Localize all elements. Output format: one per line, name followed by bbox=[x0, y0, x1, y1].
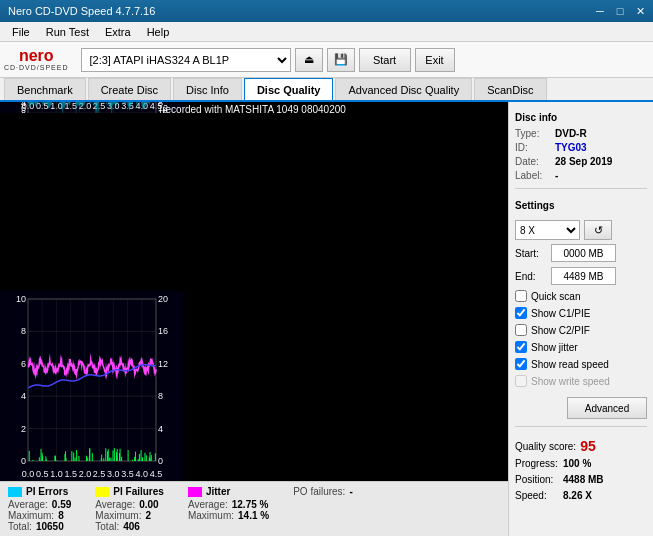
show-c2-pif-row: Show C2/PIF bbox=[515, 324, 647, 336]
quick-scan-label: Quick scan bbox=[531, 291, 580, 302]
toolbar: nero CD·DVD/SPEED [2:3] ATAPI iHAS324 A … bbox=[0, 42, 653, 78]
tab-scandisc[interactable]: ScanDisc bbox=[474, 78, 546, 100]
title-bar-controls: ─ □ ✕ bbox=[591, 3, 649, 19]
end-row: End: bbox=[515, 267, 647, 285]
speed-info-row: Speed: 8.26 X bbox=[515, 490, 647, 501]
exit-button[interactable]: Exit bbox=[415, 48, 455, 72]
disc-info-title: Disc info bbox=[515, 112, 647, 123]
tab-disc-quality[interactable]: Disc Quality bbox=[244, 78, 334, 100]
show-read-speed-label: Show read speed bbox=[531, 359, 609, 370]
show-write-speed-row: Show write speed bbox=[515, 375, 647, 387]
quick-scan-row: Quick scan bbox=[515, 290, 647, 302]
show-read-speed-checkbox[interactable] bbox=[515, 358, 527, 370]
type-row: Type: DVD-R bbox=[515, 128, 647, 139]
speed-select[interactable]: 8 X bbox=[515, 220, 580, 240]
settings-title: Settings bbox=[515, 200, 647, 211]
quality-score-row: Quality score: 95 bbox=[515, 438, 647, 454]
close-button[interactable]: ✕ bbox=[631, 3, 649, 19]
show-c2-pif-label: Show C2/PIF bbox=[531, 325, 590, 336]
pi-errors-title: PI Errors bbox=[26, 486, 68, 497]
main-content: recorded with MATSHITA 1049 08040200 PI … bbox=[0, 102, 653, 536]
legend: PI Errors Average:0.59 Maximum:8 Total:1… bbox=[0, 481, 508, 536]
drive-select[interactable]: [2:3] ATAPI iHAS324 A BL1P bbox=[81, 48, 291, 72]
start-row: Start: bbox=[515, 244, 647, 262]
advanced-button[interactable]: Advanced bbox=[567, 397, 647, 419]
jitter-legend: Jitter Average:12.75 % Maximum:14.1 % bbox=[188, 486, 269, 521]
speed-refresh-button[interactable]: ↺ bbox=[584, 220, 612, 240]
menu-bar: File Run Test Extra Help bbox=[0, 22, 653, 42]
chart-title: recorded with MATSHITA 1049 08040200 bbox=[162, 104, 346, 115]
tab-create-disc[interactable]: Create Disc bbox=[88, 78, 171, 100]
tab-benchmark[interactable]: Benchmark bbox=[4, 78, 86, 100]
show-c2-pif-checkbox[interactable] bbox=[515, 324, 527, 336]
pi-errors-legend: PI Errors Average:0.59 Maximum:8 Total:1… bbox=[8, 486, 71, 532]
show-jitter-label: Show jitter bbox=[531, 342, 578, 353]
title-bar: Nero CD-DVD Speed 4.7.7.16 ─ □ ✕ bbox=[0, 0, 653, 22]
right-panel: Disc info Type: DVD-R ID: TYG03 Date: 28… bbox=[508, 102, 653, 536]
id-row: ID: TYG03 bbox=[515, 142, 647, 153]
jitter-title: Jitter bbox=[206, 486, 230, 497]
show-write-speed-checkbox bbox=[515, 375, 527, 387]
title-bar-title: Nero CD-DVD Speed 4.7.7.16 bbox=[8, 5, 155, 17]
date-row: Date: 28 Sep 2019 bbox=[515, 156, 647, 167]
progress-row: Progress: 100 % bbox=[515, 458, 647, 469]
minimize-button[interactable]: ─ bbox=[591, 3, 609, 19]
tab-advanced-disc-quality[interactable]: Advanced Disc Quality bbox=[335, 78, 472, 100]
end-input[interactable] bbox=[551, 267, 616, 285]
maximize-button[interactable]: □ bbox=[611, 3, 629, 19]
save-button[interactable]: 💾 bbox=[327, 48, 355, 72]
menu-file[interactable]: File bbox=[4, 24, 38, 40]
position-row: Position: 4488 MB bbox=[515, 474, 647, 485]
show-write-speed-label: Show write speed bbox=[531, 376, 610, 387]
tabs: Benchmark Create Disc Disc Info Disc Qua… bbox=[0, 78, 653, 102]
show-c1-pie-label: Show C1/PIE bbox=[531, 308, 590, 319]
save-icon: 💾 bbox=[334, 53, 348, 66]
menu-run-test[interactable]: Run Test bbox=[38, 24, 97, 40]
pi-failures-legend: PI Failures Average:0.00 Maximum:2 Total… bbox=[95, 486, 164, 532]
start-input[interactable] bbox=[551, 244, 616, 262]
jitter-color bbox=[188, 487, 202, 497]
pi-failures-color bbox=[95, 487, 109, 497]
logo: nero CD·DVD/SPEED bbox=[4, 48, 69, 71]
pi-failures-title: PI Failures bbox=[113, 486, 164, 497]
menu-help[interactable]: Help bbox=[139, 24, 178, 40]
show-c1-pie-checkbox[interactable] bbox=[515, 307, 527, 319]
menu-extra[interactable]: Extra bbox=[97, 24, 139, 40]
quick-scan-checkbox[interactable] bbox=[515, 290, 527, 302]
show-jitter-checkbox[interactable] bbox=[515, 341, 527, 353]
show-read-speed-row: Show read speed bbox=[515, 358, 647, 370]
eject-icon: ⏏ bbox=[304, 53, 314, 66]
label-row: Label: - bbox=[515, 170, 647, 181]
pi-errors-color bbox=[8, 487, 22, 497]
eject-button[interactable]: ⏏ bbox=[295, 48, 323, 72]
speed-row: 8 X ↺ bbox=[515, 220, 647, 240]
po-failures-legend: PO failures: - bbox=[293, 486, 353, 497]
tab-disc-info[interactable]: Disc Info bbox=[173, 78, 242, 100]
show-jitter-row: Show jitter bbox=[515, 341, 647, 353]
start-button[interactable]: Start bbox=[359, 48, 411, 72]
show-c1-pie-row: Show C1/PIE bbox=[515, 307, 647, 319]
